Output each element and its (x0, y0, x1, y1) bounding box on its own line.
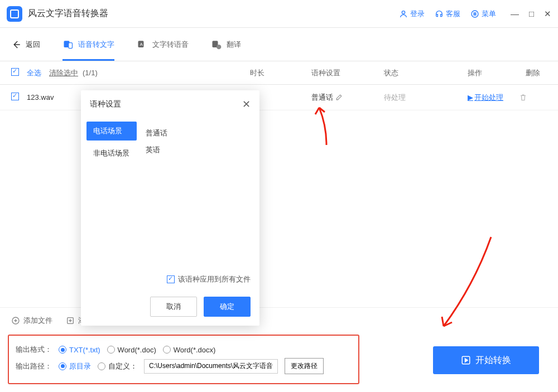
svg-point-0 (402, 11, 405, 13)
header-language: 语种设置 (311, 68, 384, 78)
path-input[interactable] (144, 359, 278, 374)
start-processing-link[interactable]: ▶ 开始处理 (468, 93, 519, 103)
arrow-left-icon (11, 40, 21, 50)
format-txt-radio[interactable]: TXT(*.txt) (59, 346, 100, 354)
play-icon: ▶ (468, 93, 473, 101)
language-settings-popup: 语种设置 ✕ 电话场景 非电话场景 普通话 英语 该语种应用到所有文件 取消 确… (81, 90, 259, 326)
option-english[interactable]: 英语 (146, 142, 251, 158)
row-status: 待处理 (384, 93, 468, 103)
popup-title: 语种设置 (90, 99, 121, 109)
menu-button[interactable]: 菜单 (470, 9, 496, 19)
support-button[interactable]: 客服 (435, 9, 460, 19)
plus-circle-icon (11, 316, 20, 325)
confirm-button[interactable]: 确定 (204, 297, 251, 317)
header-status: 状态 (384, 68, 468, 78)
tts-icon: A (137, 39, 148, 50)
titlebar: 风云文字语音转换器 登录 客服 菜单 — □ ✕ (0, 0, 558, 28)
minimize-button[interactable]: — (511, 9, 519, 19)
close-button[interactable]: ✕ (544, 9, 551, 19)
edit-icon (335, 94, 343, 101)
select-all-label[interactable]: 全选 (27, 68, 41, 78)
change-path-button[interactable]: 更改路径 (285, 358, 324, 374)
svg-point-7 (217, 45, 221, 49)
menu-icon (470, 9, 479, 18)
select-all-checkbox[interactable] (11, 68, 19, 76)
back-button[interactable]: 返回 (11, 40, 40, 50)
clear-selection-button[interactable]: 清除选中 (49, 68, 78, 78)
header-duration: 时长 (250, 68, 311, 78)
apply-all-checkbox[interactable] (167, 275, 175, 283)
header-action: 操作 (468, 68, 519, 78)
selection-count: (1/1) (83, 69, 98, 77)
table-header: 全选 清除选中 (1/1) 时长 语种设置 状态 操作 删除 (0, 61, 558, 85)
path-custom-radio[interactable]: 自定义： (98, 361, 137, 371)
tab-speech-to-text[interactable]: 语音转文字 (62, 28, 114, 61)
tab-translate[interactable]: 翻译 (211, 28, 241, 61)
row-checkbox[interactable] (11, 93, 19, 100)
svg-text:A: A (140, 41, 143, 46)
stt-icon (62, 39, 74, 50)
output-settings: 输出格式： TXT(*.txt) Word(*.doc) Word(*.docx… (8, 335, 359, 384)
apply-all-label: 该语种应用到所有文件 (178, 274, 251, 284)
format-docx-radio[interactable]: Word(*.docx) (163, 346, 216, 354)
svg-rect-3 (69, 42, 73, 48)
format-doc-radio[interactable]: Word(*.doc) (107, 346, 156, 354)
tab-text-to-speech[interactable]: A 文字转语音 (137, 28, 189, 61)
app-logo (7, 6, 22, 22)
play-box-icon (461, 355, 471, 365)
cancel-button[interactable]: 取消 (150, 297, 197, 317)
start-convert-button[interactable]: 开始转换 (433, 346, 539, 374)
login-button[interactable]: 登录 (399, 9, 425, 19)
option-mandarin[interactable]: 普通话 (146, 125, 251, 142)
language-selector[interactable]: 普通话 (311, 93, 384, 103)
output-format-label: 输出格式： (16, 345, 52, 355)
maximize-button[interactable]: □ (529, 9, 534, 19)
translate-icon (211, 39, 222, 50)
user-icon (399, 9, 408, 18)
plus-square-icon (66, 316, 75, 325)
header-delete: 删除 (519, 68, 547, 78)
output-path-label: 输出路径： (16, 361, 52, 371)
navbar: 返回 语音转文字 A 文字转语音 翻译 (0, 28, 558, 61)
path-original-radio[interactable]: 原目录 (59, 361, 91, 371)
category-nonphone[interactable]: 非电话场景 (86, 144, 137, 163)
popup-close-button[interactable]: ✕ (242, 98, 251, 110)
delete-icon[interactable] (519, 93, 527, 101)
add-file-button[interactable]: 添加文件 (11, 316, 52, 326)
category-phone[interactable]: 电话场景 (86, 122, 137, 141)
headset-icon (435, 9, 444, 18)
app-title: 风云文字语音转换器 (28, 8, 399, 20)
